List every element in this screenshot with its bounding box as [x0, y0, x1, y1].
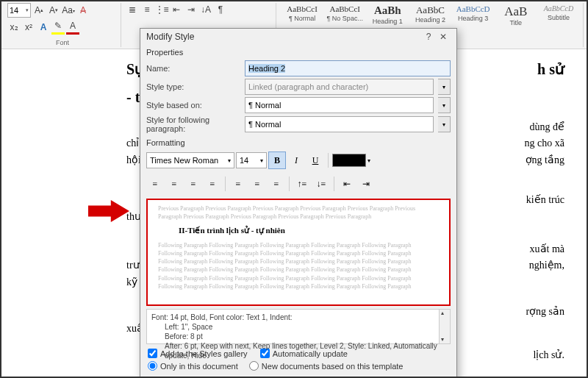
following-select[interactable]: ¶ Normal [245, 116, 434, 132]
font-size-combo[interactable]: 14 [7, 3, 31, 18]
bold-button[interactable]: B [268, 151, 286, 169]
font-size-select[interactable]: 14▾ [236, 152, 267, 168]
name-label: Name: [146, 64, 240, 73]
decrease-indent-icon[interactable]: ⇤ [170, 3, 183, 16]
style-type-label: Style type: [146, 82, 240, 91]
subscript-icon[interactable]: x₂ [7, 21, 21, 34]
style-title[interactable]: AaBTitle [495, 3, 537, 38]
chevron-down-icon[interactable]: ▾ [368, 157, 370, 164]
properties-header: Properties [140, 45, 456, 58]
font-color-icon[interactable]: A [66, 19, 79, 35]
clear-format-icon[interactable]: A̶ [76, 4, 90, 17]
dialog-title: Modify Style [146, 32, 194, 42]
superscript-icon[interactable]: x² [22, 21, 35, 34]
align-center-button[interactable]: ≡ [165, 175, 183, 193]
close-icon[interactable]: ✕ [436, 32, 451, 42]
justify-button[interactable]: ≡ [204, 175, 221, 193]
based-on-select[interactable]: ¶ Normal [245, 97, 434, 113]
help-icon[interactable]: ? [421, 32, 436, 42]
space-before-dec-button[interactable]: ↓≡ [312, 175, 330, 193]
style-subtitle[interactable]: AaBbCcDSubtitle [537, 3, 580, 38]
only-this-doc-radio[interactable]: Only in this document [148, 361, 238, 371]
align-left-button[interactable]: ≡ [146, 175, 164, 193]
preview-heading-text: II-Tiến trình lịch sử - tự nhiên [179, 225, 439, 236]
based-on-label: Style based on: [146, 101, 240, 110]
dialog-titlebar[interactable]: Modify Style ? ✕ [140, 29, 456, 45]
grow-font-icon[interactable]: A▴ [32, 4, 46, 17]
indent-inc-button[interactable]: ⇥ [357, 175, 375, 193]
style-description: Font: 14 pt, Bold, Font color: Text 1, I… [146, 309, 451, 344]
bullets-icon[interactable]: ≣ [126, 3, 139, 16]
style-preview: Previous Paragraph Previous Paragraph Pr… [146, 199, 451, 306]
highlight-icon[interactable]: ✎ [51, 19, 65, 35]
multilevel-icon[interactable]: ⋮≡ [155, 3, 168, 16]
indent-dec-button[interactable]: ⇤ [338, 175, 356, 193]
formatting-header: Formatting [140, 135, 456, 149]
chevron-down-icon[interactable]: ▾ [438, 116, 451, 132]
font-name-select[interactable]: Times New Roman▾ [146, 152, 234, 168]
numbering-icon[interactable]: ≡ [140, 3, 154, 16]
change-case-icon[interactable]: Aa▾ [62, 4, 75, 17]
style-type-select[interactable]: Linked (paragraph and character) [245, 79, 434, 95]
chevron-down-icon[interactable]: ▾ [438, 97, 451, 113]
text-effects-icon[interactable]: A [37, 21, 50, 34]
red-arrow-annotation [88, 200, 129, 222]
spacing-2-button[interactable]: ≡ [268, 175, 285, 193]
spacing-15-button[interactable]: ≡ [248, 175, 266, 193]
underline-button[interactable]: U [306, 151, 324, 169]
modify-style-dialog: Modify Style ? ✕ Properties Name: Headin… [140, 28, 457, 378]
sort-icon[interactable]: ↓A [199, 3, 212, 16]
shrink-font-icon[interactable]: A▾ [47, 4, 60, 17]
chevron-down-icon[interactable]: ▾ [438, 79, 451, 95]
show-marks-icon[interactable]: ¶ [214, 3, 227, 16]
space-before-inc-button[interactable]: ↑≡ [293, 175, 311, 193]
name-input[interactable]: Heading 2 [245, 60, 451, 76]
font-group-label: Font [7, 38, 118, 47]
align-right-button[interactable]: ≡ [184, 175, 202, 193]
style-heading3[interactable]: AaBbCcDHeading 3 [452, 3, 495, 38]
font-color-swatch[interactable] [332, 154, 366, 167]
increase-indent-icon[interactable]: ⇥ [184, 3, 198, 16]
new-docs-radio[interactable]: New documents based on this template [249, 361, 404, 371]
following-label: Style for following paragraph: [146, 115, 240, 133]
scrollbar[interactable] [439, 310, 450, 343]
italic-button[interactable]: I [287, 151, 305, 169]
spacing-1-button[interactable]: ≡ [229, 175, 247, 193]
